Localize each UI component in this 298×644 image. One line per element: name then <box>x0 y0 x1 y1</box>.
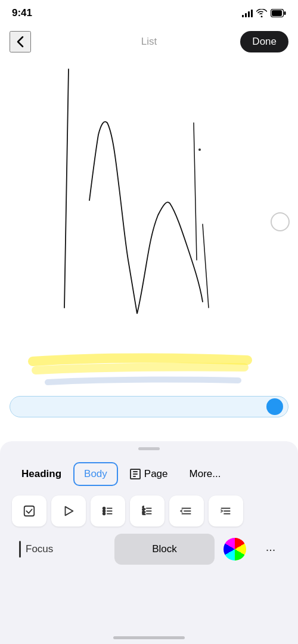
back-button[interactable] <box>10 31 31 52</box>
svg-rect-4 <box>24 506 35 516</box>
numbered-list-button[interactable]: 1. 2. 3. <box>130 496 164 527</box>
svg-text:3.: 3. <box>142 511 146 515</box>
color-picker-button[interactable] <box>219 534 250 565</box>
bottom-panel: Heading Body Page More... <box>0 441 298 644</box>
nav-title: List <box>141 36 157 48</box>
status-bar: 9:41 <box>0 0 298 26</box>
checkbox-icon <box>23 504 36 518</box>
focus-button[interactable]: Focus <box>12 534 110 565</box>
drawing-canvas[interactable] <box>0 57 298 391</box>
slider-thumb[interactable] <box>266 398 283 415</box>
done-button[interactable]: Done <box>240 31 288 52</box>
tab-more[interactable]: More... <box>180 463 231 485</box>
wifi-icon <box>256 9 267 17</box>
svg-point-3 <box>198 148 201 151</box>
more-dots-icon: ··· <box>266 543 276 556</box>
focus-bar-icon <box>19 541 21 558</box>
panel-handle <box>138 447 160 450</box>
align-right-icon <box>180 504 193 518</box>
tab-row: Heading Body Page More... <box>0 462 298 486</box>
align-right-button[interactable] <box>169 496 204 527</box>
svg-point-7 <box>103 510 105 512</box>
tab-page[interactable]: Page <box>120 463 178 485</box>
svg-rect-1 <box>284 11 286 15</box>
canvas-area[interactable] <box>0 57 298 391</box>
bullet-list-button[interactable] <box>91 496 125 527</box>
signal-icon <box>242 9 253 17</box>
tab-heading[interactable]: Heading <box>12 463 71 485</box>
circle-handle[interactable] <box>271 212 290 231</box>
stroke-slider[interactable] <box>10 396 288 417</box>
indent-icon <box>219 504 232 518</box>
slider-row <box>0 394 298 420</box>
bullet-list-icon <box>101 504 114 518</box>
block-button[interactable]: Block <box>114 534 215 565</box>
page-icon <box>130 469 141 479</box>
indent-button[interactable] <box>209 496 243 527</box>
more-options-button[interactable]: ··· <box>255 534 286 565</box>
checkbox-button[interactable] <box>12 496 46 527</box>
action-row: Focus Block ··· <box>0 534 298 565</box>
svg-rect-2 <box>272 10 282 16</box>
svg-point-5 <box>103 507 105 510</box>
status-icons <box>242 9 286 17</box>
svg-point-9 <box>103 513 105 515</box>
icon-buttons-row: 1. 2. 3. <box>0 496 298 527</box>
play-button[interactable] <box>51 496 86 527</box>
battery-icon <box>271 9 286 17</box>
nav-bar: List Done <box>0 26 298 57</box>
numbered-list-icon: 1. 2. 3. <box>141 504 154 518</box>
home-indicator <box>113 636 185 639</box>
status-time: 9:41 <box>12 7 32 19</box>
tab-body[interactable]: Body <box>73 462 118 486</box>
focus-label: Focus <box>26 543 53 555</box>
play-icon <box>62 504 75 518</box>
color-wheel-icon <box>224 538 246 561</box>
